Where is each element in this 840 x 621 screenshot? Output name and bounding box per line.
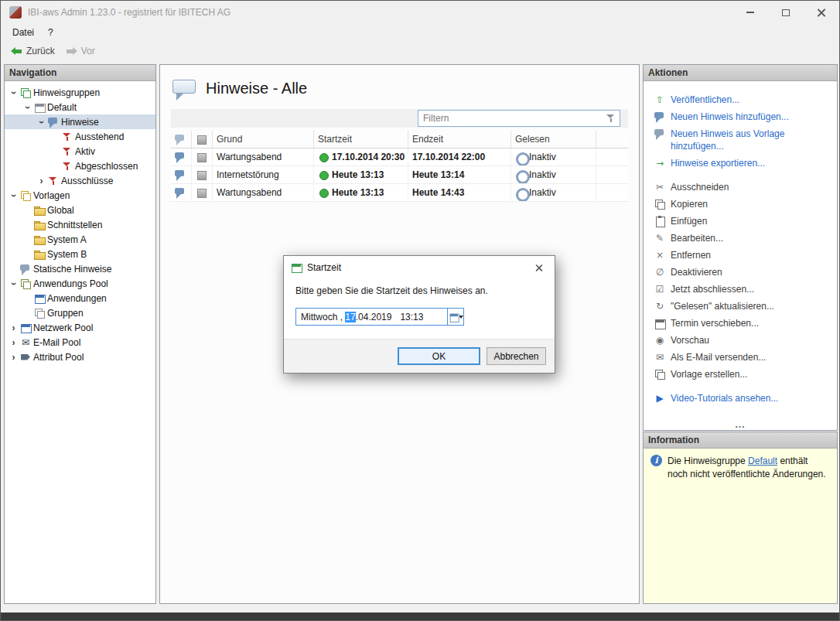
- tree-item-schnittstellen[interactable]: Schnittstellen: [5, 217, 155, 232]
- selected-day-segment[interactable]: 17: [345, 312, 355, 322]
- tree-item-system-b[interactable]: System B: [5, 247, 155, 261]
- dialog-close-button[interactable]: [524, 256, 555, 278]
- filter-funnel-icon[interactable]: [606, 113, 616, 124]
- action-gelesen-aktualisieren[interactable]: ↻"Gelesen" aktualisieren...: [654, 298, 832, 315]
- filter-input[interactable]: [423, 113, 603, 124]
- cancel-button[interactable]: Abbrechen: [487, 347, 546, 365]
- action-vorlage-erstellen[interactable]: Vorlage erstellen...: [654, 366, 832, 383]
- column-header-type[interactable]: [171, 131, 192, 148]
- tree-item-global[interactable]: Global: [5, 203, 155, 217]
- action-vorschau[interactable]: ◉Vorschau: [654, 332, 832, 349]
- bubble-icon: [48, 117, 59, 128]
- minimize-button[interactable]: [732, 1, 768, 24]
- action-einfuegen[interactable]: Einfügen: [654, 213, 832, 230]
- action-veroeffentlichen[interactable]: ⇧Veröffentlichen...: [654, 91, 832, 108]
- tree-item-label: Vorlagen: [33, 190, 70, 201]
- expander-expanded-icon[interactable]: ›: [9, 88, 19, 97]
- tree-item-ausschluesse[interactable]: ›Ausschlüsse: [5, 173, 155, 188]
- maximize-button[interactable]: [768, 1, 804, 24]
- column-header-attachment[interactable]: [192, 131, 213, 148]
- tree-item-label: Hinweise: [61, 117, 99, 128]
- expander-expanded-icon[interactable]: ›: [9, 279, 19, 288]
- menu-help[interactable]: ?: [41, 25, 60, 40]
- tree-item-vorlagen[interactable]: ›Vorlagen: [5, 188, 155, 203]
- tree-item-e-mail-pool[interactable]: ›✉E-Mail Pool: [5, 335, 155, 350]
- more-actions-indicator[interactable]: ...: [644, 421, 837, 429]
- filter-box: [418, 110, 620, 127]
- column-header-grund[interactable]: Grund: [213, 131, 314, 148]
- calendar-dropdown-button[interactable]: [447, 309, 463, 325]
- forward-button[interactable]: Vor: [60, 43, 101, 59]
- column-header-endzeit[interactable]: Endzeit: [408, 131, 511, 148]
- tree-item-default[interactable]: ›Default: [5, 100, 155, 114]
- table-cell: Inaktiv: [511, 166, 596, 183]
- tree-item-anwendungs-pool[interactable]: ›Anwendungs Pool: [5, 276, 155, 291]
- back-button[interactable]: Zurück: [5, 43, 60, 59]
- expander-collapsed-icon[interactable]: ›: [9, 353, 18, 362]
- action-label: Jetzt abschliessen...: [671, 283, 754, 295]
- action-label: Video-Tutorials ansehen...: [671, 392, 778, 404]
- action-label: Neuen Hinweis aus Vorlage hinzufügen...: [671, 128, 832, 152]
- square-icon: [196, 152, 207, 162]
- information-panel: Information Die Hinweisgruppe Default en…: [643, 432, 838, 604]
- check-list-icon: ☑: [654, 284, 665, 295]
- action-deaktivieren[interactable]: ∅Deaktivieren: [654, 264, 832, 281]
- tree-item-hinweise[interactable]: ›Hinweise: [5, 114, 155, 129]
- action-termin-verschieben[interactable]: Termin verschieben...: [654, 315, 832, 332]
- titlebar: IBI-aws Admin 1.23.0 - registriert für I…: [1, 1, 839, 24]
- table-cell: [192, 184, 213, 201]
- tree-item-label: System A: [47, 234, 87, 245]
- folder-icon: [34, 249, 45, 260]
- stack-icon: [20, 190, 31, 201]
- square-icon: [196, 169, 207, 180]
- tree-item-netzwerk-pool[interactable]: ›Netzwerk Pool: [5, 320, 155, 335]
- column-header-gelesen[interactable]: Gelesen: [511, 131, 596, 148]
- ok-button[interactable]: OK: [398, 347, 480, 365]
- action-ausschneiden[interactable]: ✂Ausschneiden: [654, 179, 832, 196]
- expander-collapsed-icon[interactable]: ›: [9, 323, 18, 333]
- cell-grund: Internetstörung: [217, 169, 279, 180]
- attachment-column-icon: [196, 134, 207, 145]
- table-header: Grund Startzeit Endzeit Gelesen: [171, 131, 628, 148]
- action-video-tutorials-ansehen[interactable]: ▶Video-Tutorials ansehen...: [654, 390, 832, 407]
- action-entfernen[interactable]: ×Entfernen: [654, 247, 832, 264]
- tree-item-anwendungen[interactable]: Anwendungen: [5, 291, 155, 305]
- action-als-e-mail-versenden[interactable]: ✉Als E-Mail versenden...: [654, 349, 832, 366]
- tag-icon: [20, 352, 31, 363]
- expander-collapsed-icon[interactable]: ›: [9, 338, 18, 347]
- close-button[interactable]: [804, 1, 839, 24]
- tree-item-hinweisgruppen[interactable]: ›Hinweisgruppen: [5, 85, 155, 100]
- menu-datei[interactable]: Datei: [5, 25, 41, 40]
- expander-collapsed-icon[interactable]: ›: [37, 176, 46, 186]
- tree-item-system-a[interactable]: System A: [5, 232, 155, 247]
- table-cell: [171, 166, 192, 183]
- tree-item-statische-hinweise[interactable]: Statische Hinweise: [5, 261, 155, 276]
- table-cell: [171, 184, 192, 201]
- table-row[interactable]: InternetstörungHeute 13:13Heute 13:14Ina…: [171, 166, 628, 184]
- tree-item-label: E-Mail Pool: [33, 337, 80, 348]
- table-row[interactable]: Wartungsabend17.10.2014 20:3017.10.2014 …: [171, 148, 628, 166]
- filter-band: [171, 109, 628, 128]
- expander-expanded-icon[interactable]: ›: [23, 103, 32, 111]
- dialog-titlebar[interactable]: Startzeit: [284, 256, 555, 278]
- action-neuen-hinweis-hinzufuegen[interactable]: Neuen Hinweis hinzufügen...: [654, 108, 832, 125]
- tree-item-aktiv[interactable]: Aktiv: [5, 144, 155, 159]
- action-kopieren[interactable]: Kopieren: [654, 196, 832, 213]
- note-type-column-icon: [175, 134, 186, 145]
- action-neuen-hinweis-aus-vorlage-hinzufuegen[interactable]: Neuen Hinweis aus Vorlage hinzufügen...: [654, 125, 832, 155]
- tree-item-ausstehend[interactable]: Ausstehend: [5, 129, 155, 144]
- expander-expanded-icon[interactable]: ›: [9, 191, 19, 200]
- action-jetzt-abschliessen[interactable]: ☑Jetzt abschliessen...: [654, 281, 832, 298]
- action-bearbeiten[interactable]: ✎Bearbeiten...: [654, 230, 832, 247]
- action-hinweise-exportieren[interactable]: →Hinweise exportieren...: [654, 155, 832, 172]
- dialog-message: Bitte geben Sie die Startzeit des Hinwei…: [295, 285, 543, 296]
- tree-item-gruppen[interactable]: Gruppen: [5, 305, 155, 320]
- expander-expanded-icon[interactable]: ›: [37, 118, 46, 126]
- tree-item-label: Schnittstellen: [47, 220, 102, 230]
- tree-item-abgeschlossen[interactable]: Abgeschlossen: [5, 159, 155, 173]
- default-group-link[interactable]: Default: [748, 456, 777, 466]
- table-row[interactable]: WartungsabendHeute 13:13Heute 14:43Inakt…: [171, 184, 628, 202]
- datetime-picker[interactable]: Mittwoch , 17.04.201913:13: [295, 308, 464, 326]
- column-header-startzeit[interactable]: Startzeit: [314, 131, 408, 148]
- tree-item-attribut-pool[interactable]: ›Attribut Pool: [5, 350, 155, 364]
